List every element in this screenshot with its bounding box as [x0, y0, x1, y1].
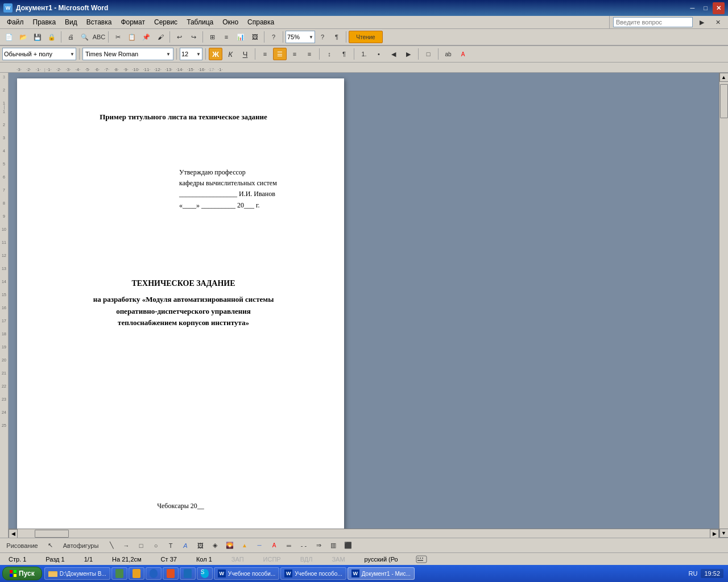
table-button[interactable]: ⊞ — [205, 31, 219, 43]
title-bar: W Документ1 - Microsoft Word ─ □ ✕ — [0, 0, 728, 16]
line-style-button[interactable]: ═ — [282, 539, 296, 552]
style-dropdown[interactable]: Обычный + полу ▼ — [2, 48, 76, 60]
drawing-menu-button[interactable]: Рисование — [2, 539, 42, 552]
taskbar-item-9[interactable]: W Документ1 - Мис... — [348, 567, 415, 580]
decrease-indent[interactable]: ◀ — [387, 48, 400, 60]
preview-button[interactable]: 🔍 — [78, 31, 92, 43]
help-search-button[interactable]: ▶ — [695, 16, 709, 28]
scroll-thumb-horizontal[interactable] — [35, 530, 69, 538]
highlight-button[interactable]: ab — [441, 48, 455, 60]
numbering-button[interactable]: 1. — [357, 48, 371, 60]
taskbar-item-5[interactable] — [180, 567, 196, 580]
align-left-button[interactable]: ≡ — [258, 48, 272, 60]
diagram-tool[interactable]: ◈ — [208, 539, 222, 552]
spellcheck-button[interactable]: ABC — [92, 31, 106, 43]
align-center-button[interactable]: ☰ — [273, 48, 287, 60]
insert-chart[interactable]: 📊 — [234, 31, 247, 43]
paste-button[interactable]: 📌 — [139, 31, 153, 43]
arrow-tool[interactable]: → — [119, 539, 133, 552]
menu-window[interactable]: Окно — [218, 17, 243, 27]
insert-image[interactable]: 🖼 — [248, 31, 262, 43]
font-color-button[interactable]: A — [456, 48, 470, 60]
drawing-cursor[interactable]: ↖ — [43, 539, 57, 552]
copy-button[interactable]: 📋 — [125, 31, 139, 43]
taskbar-item-2[interactable] — [129, 567, 144, 580]
menu-edit[interactable]: Правка — [28, 17, 61, 27]
taskbar-item-6[interactable]: S — [197, 567, 213, 580]
italic-button[interactable]: К — [224, 48, 237, 60]
bold-button[interactable]: Ж — [209, 48, 222, 60]
line-color-button[interactable]: ─ — [253, 539, 266, 552]
insert-image-tool[interactable]: 🌄 — [223, 539, 237, 552]
taskbar-item-8[interactable]: W Учебное пособо... — [280, 567, 346, 580]
taskbar-item-7[interactable]: W Учебное пособи... — [214, 567, 279, 580]
show-markup-button[interactable]: ¶ — [330, 31, 344, 43]
scrollbar-horizontal[interactable]: ◀ ▶ — [9, 529, 719, 538]
help-search-input[interactable] — [613, 17, 693, 27]
scroll-left-button[interactable]: ◀ — [9, 529, 18, 538]
second-page-area — [350, 78, 677, 529]
scrollbar-vertical[interactable]: ▲ ▼ — [719, 73, 728, 538]
reading-mode-button[interactable]: Чтение — [349, 31, 383, 43]
menu-view[interactable]: Вид — [60, 17, 82, 27]
menu-help[interactable]: Справка — [243, 17, 279, 27]
help-close-button[interactable]: ✕ — [711, 16, 725, 28]
open-button[interactable]: 📂 — [16, 31, 30, 43]
word-icon-3: W — [351, 569, 359, 577]
scroll-down-button[interactable]: ▼ — [719, 529, 729, 538]
arrow-style-button[interactable]: ⇒ — [312, 539, 325, 552]
menu-table[interactable]: Таблица — [182, 17, 218, 27]
font-dropdown[interactable]: Times New Roman ▼ — [82, 48, 173, 60]
new-button[interactable]: 📄 — [2, 31, 16, 43]
align-right-button[interactable]: ≡ — [288, 48, 301, 60]
save-button[interactable]: 💾 — [31, 31, 44, 43]
textbox-tool[interactable]: T — [164, 539, 177, 552]
title-bar-buttons: ─ □ ✕ — [686, 2, 725, 14]
clipart-tool[interactable]: 🖼 — [193, 539, 207, 552]
document-scroll-area[interactable]: Пример титульного листа на техническое з… — [9, 73, 719, 538]
redo-button[interactable]: ↪ — [187, 31, 200, 43]
columns-button[interactable]: ≡ — [220, 31, 233, 43]
shadow-button[interactable]: ▥ — [326, 539, 340, 552]
bullets-button[interactable]: • — [372, 48, 386, 60]
minimize-button[interactable]: ─ — [686, 2, 698, 14]
wordart-tool[interactable]: A — [179, 539, 192, 552]
research-button[interactable]: ? — [267, 31, 280, 43]
taskbar-item-4[interactable] — [163, 567, 179, 580]
border-button[interactable]: □ — [421, 48, 435, 60]
menu-file[interactable]: Файл — [2, 17, 28, 27]
permission-button[interactable]: 🔒 — [45, 31, 59, 43]
help-button[interactable]: ? — [316, 31, 329, 43]
fill-color-button[interactable]: ▲ — [238, 539, 251, 552]
dash-style-button[interactable]: - - — [297, 539, 311, 552]
close-button[interactable]: ✕ — [713, 2, 725, 14]
underline-button[interactable]: Ч — [238, 48, 252, 60]
taskbar-item-1[interactable] — [111, 567, 127, 580]
scroll-up-button[interactable]: ▲ — [719, 73, 729, 82]
3d-button[interactable]: ⬛ — [341, 539, 355, 552]
undo-button[interactable]: ↩ — [172, 31, 186, 43]
print-button[interactable]: 🖨 — [64, 31, 77, 43]
taskbar-item-3[interactable] — [146, 567, 162, 580]
menu-format[interactable]: Формат — [116, 17, 150, 27]
zoom-dropdown[interactable]: 75% ▼ — [286, 31, 315, 43]
line-tool[interactable]: ╲ — [105, 539, 118, 552]
autoshapes-button[interactable]: Автофигуры — [58, 539, 104, 552]
start-button[interactable]: Пуск — [2, 567, 42, 580]
format-painter[interactable]: 🖌 — [154, 31, 167, 43]
font-color-draw-button[interactable]: A — [267, 539, 281, 552]
scroll-thumb-vertical[interactable] — [720, 84, 728, 118]
increase-indent[interactable]: ▶ — [402, 48, 415, 60]
scroll-right-button[interactable]: ▶ — [710, 529, 719, 538]
menu-tools[interactable]: Сервис — [150, 17, 182, 27]
line-spacing-button[interactable]: ↕ — [322, 48, 336, 60]
show-para-button[interactable]: ¶ — [337, 48, 351, 60]
justify-button[interactable]: ≡ — [303, 48, 316, 60]
taskbar-item-0[interactable]: D:\Документы В... — [44, 567, 110, 580]
menu-insert[interactable]: Вставка — [82, 17, 117, 27]
maximize-button[interactable]: □ — [700, 2, 712, 14]
ellipse-tool[interactable]: ○ — [149, 539, 163, 552]
cut-button[interactable]: ✂ — [111, 31, 125, 43]
rect-tool[interactable]: □ — [134, 539, 148, 552]
font-size-dropdown[interactable]: 12 ▼ — [180, 48, 202, 60]
